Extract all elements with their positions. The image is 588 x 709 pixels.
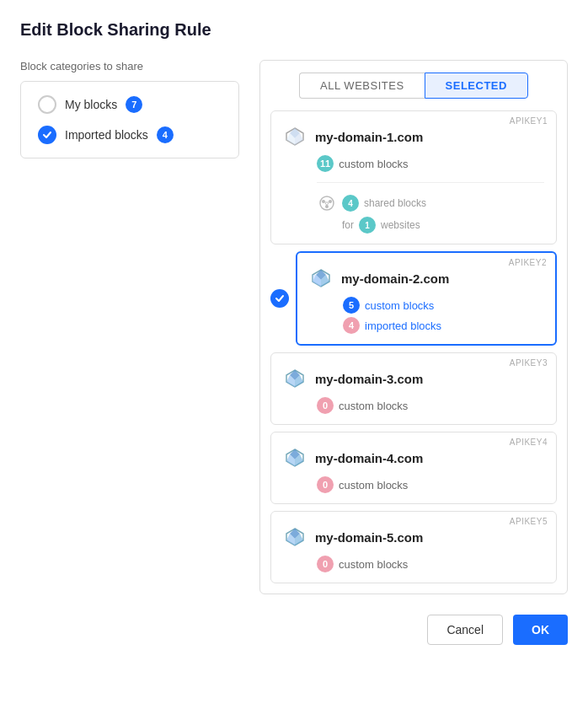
site1-domain: my-domain-1.com	[315, 130, 423, 144]
site5-details: 0 custom blocks	[283, 556, 544, 572]
site5-header: my-domain-5.com	[283, 525, 544, 549]
svg-point-6	[329, 200, 332, 203]
category-imported-blocks[interactable]: Imported blocks 4	[38, 126, 222, 144]
site1-icon	[283, 125, 307, 148]
check-circle-imported	[38, 126, 56, 144]
ok-button[interactable]: OK	[513, 615, 568, 645]
site1-for-label: for	[342, 219, 354, 231]
site1-for-websites: for 1 websites	[317, 217, 544, 234]
site2-custom-label: custom blocks	[365, 299, 434, 312]
site2-apikey: APIKEY2	[509, 258, 547, 267]
site3-wrapper: APIKEY3 my-domain-3.com 0 cu	[270, 352, 557, 425]
site5-wrapper: APIKEY5 my-domain-5.com 0 cu	[270, 511, 557, 583]
site3-header: my-domain-3.com	[283, 367, 544, 390]
site1-shared-icon	[317, 193, 337, 213]
svg-point-5	[322, 200, 325, 203]
site2-details: 5 custom blocks 4 imported blocks	[309, 297, 543, 334]
site3-card[interactable]: APIKEY3 my-domain-3.com 0 cu	[270, 352, 557, 425]
site5-icon	[283, 525, 307, 549]
imported-blocks-badge: 4	[157, 126, 174, 143]
site4-domain: my-domain-4.com	[315, 451, 423, 465]
site2-header: my-domain-2.com	[309, 266, 543, 290]
site4-header: my-domain-4.com	[283, 446, 544, 470]
site5-apikey: APIKEY5	[510, 517, 548, 526]
site1-shared-info: 4 shared blocks	[317, 193, 544, 213]
site1-shared-label: shared blocks	[364, 197, 426, 209]
tab-all-websites[interactable]: ALL WEBSITES	[299, 73, 424, 99]
right-panel: ALL WEBSITES SELECTED APIKEY1 my-domain-	[259, 60, 568, 594]
site4-wrapper: APIKEY4 my-domain-4.com 0 cu	[270, 432, 557, 504]
page-title: Edit Block Sharing Rule	[20, 20, 568, 40]
left-panel-label: Block categories to share	[20, 60, 239, 73]
site3-custom-label: custom blocks	[339, 400, 408, 412]
left-panel: Block categories to share My blocks 7 Im…	[20, 60, 239, 158]
site2-domain: my-domain-2.com	[341, 271, 449, 286]
site4-card[interactable]: APIKEY4 my-domain-4.com 0 cu	[270, 432, 557, 504]
content-area: Block categories to share My blocks 7 Im…	[20, 60, 568, 594]
site4-details: 0 custom blocks	[283, 476, 544, 493]
site1-apikey: APIKEY1	[510, 116, 548, 126]
svg-point-7	[325, 205, 329, 208]
tabs-header: ALL WEBSITES SELECTED	[260, 61, 567, 110]
site3-domain: my-domain-3.com	[315, 372, 423, 386]
site4-custom-label: custom blocks	[339, 479, 408, 491]
site2-imported-blocks: 4 imported blocks	[343, 317, 543, 334]
svg-line-10	[327, 203, 329, 206]
site2-imported-count: 4	[343, 317, 360, 334]
site5-card[interactable]: APIKEY5 my-domain-5.com 0 cu	[270, 511, 557, 583]
site4-apikey: APIKEY4	[510, 438, 548, 447]
site4-icon	[283, 446, 307, 470]
site4-custom-count: 0	[317, 476, 334, 493]
site1-card[interactable]: APIKEY1 my-domain-1.com 11 c	[270, 110, 557, 244]
site1-wrapper: APIKEY1 my-domain-1.com 11 c	[270, 110, 557, 244]
my-blocks-label: My blocks	[65, 98, 117, 111]
site2-custom-blocks: 5 custom blocks	[343, 297, 543, 314]
websites-list: APIKEY1 my-domain-1.com 11 c	[260, 110, 567, 594]
my-blocks-badge: 7	[126, 96, 142, 113]
site2-card[interactable]: APIKEY2 my-domain-2.com 5	[296, 251, 557, 346]
cancel-button[interactable]: Cancel	[427, 615, 503, 645]
site2-wrapper: APIKEY2 my-domain-2.com 5	[270, 251, 557, 346]
category-my-blocks[interactable]: My blocks 7	[38, 95, 222, 114]
site5-custom-count: 0	[317, 556, 334, 572]
site3-icon	[283, 367, 307, 390]
site2-check-indicator	[270, 289, 289, 308]
site1-details: 11 custom blocks	[283, 155, 544, 234]
site1-header: my-domain-1.com	[283, 125, 544, 148]
site3-apikey: APIKEY3	[510, 358, 548, 368]
footer-actions: Cancel OK	[20, 615, 568, 645]
site4-custom-blocks: 0 custom blocks	[317, 476, 544, 493]
site1-shared-blocks-count: 4	[342, 195, 359, 212]
site1-custom-label: custom blocks	[339, 158, 408, 170]
site3-details: 0 custom blocks	[283, 397, 544, 414]
site5-custom-label: custom blocks	[339, 558, 408, 571]
site2-icon	[309, 266, 333, 290]
site3-custom-count: 0	[317, 397, 334, 414]
site5-custom-blocks: 0 custom blocks	[317, 556, 544, 572]
categories-box: My blocks 7 Imported blocks 4	[20, 81, 239, 158]
site1-websites-count: 1	[359, 217, 376, 234]
tab-selected[interactable]: SELECTED	[425, 73, 528, 99]
site2-checkmark-icon	[275, 293, 285, 303]
site2-imported-label: imported blocks	[365, 320, 441, 332]
site1-custom-count: 11	[317, 155, 334, 172]
site1-websites-label: websites	[381, 219, 420, 231]
imported-blocks-label: Imported blocks	[65, 128, 148, 142]
site1-divider	[317, 182, 544, 183]
site3-custom-blocks: 0 custom blocks	[317, 397, 544, 414]
site1-custom-blocks: 11 custom blocks	[317, 155, 544, 172]
checkmark-icon	[42, 130, 52, 140]
empty-circle-my-blocks	[38, 95, 56, 114]
site5-domain: my-domain-5.com	[315, 530, 423, 545]
site2-custom-count: 5	[343, 297, 360, 314]
